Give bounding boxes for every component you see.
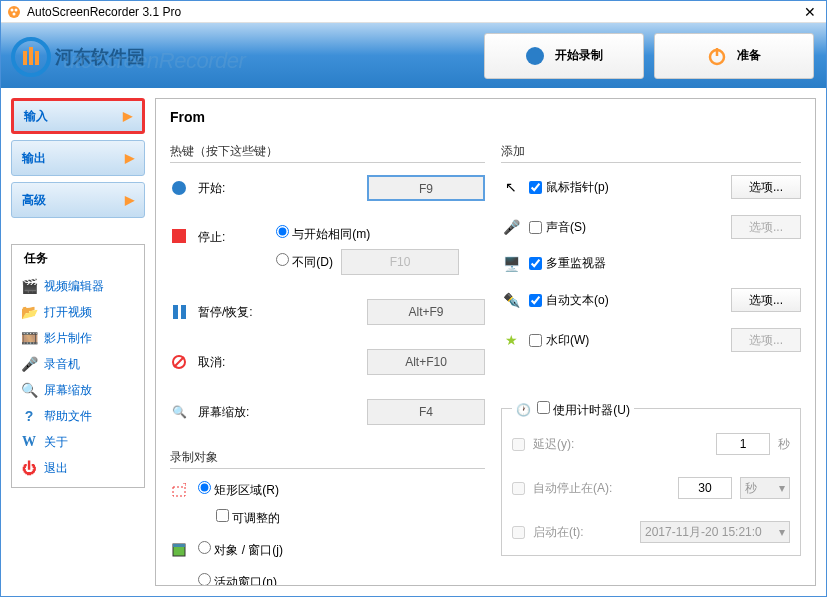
hotkey-pause-key[interactable]: Alt+F9: [367, 299, 485, 325]
main-area: 输入▶ 输出▶ 高级▶ 任务 🎬视频编辑器 📂打开视频 🎞️影片制作 🎤录音机 …: [1, 88, 826, 596]
chevron-down-icon: ▾: [779, 481, 785, 495]
task-movie-maker[interactable]: 🎞️影片制作: [14, 325, 142, 351]
task-help[interactable]: ?帮助文件: [14, 403, 142, 429]
help-icon: ?: [20, 407, 38, 425]
folder-icon: 📂: [20, 303, 38, 321]
starton-value: 2017-11月-20 15:21:0: [645, 524, 762, 541]
nav-output[interactable]: 输出▶: [11, 140, 145, 176]
delay-spinner[interactable]: [716, 433, 770, 455]
add-autotext-label: 自动文本(o): [546, 292, 609, 309]
add-monitor-label: 多重监视器: [546, 255, 606, 272]
add-watermark-row: ★ 水印(W) 选项...: [501, 328, 801, 352]
task-label: 关于: [44, 434, 68, 451]
nav-advanced[interactable]: 高级▶: [11, 182, 145, 218]
pen-icon: ✒️: [501, 292, 521, 308]
hotkey-cancel-key[interactable]: Alt+F10: [367, 349, 485, 375]
task-label: 录音机: [44, 356, 80, 373]
autostop-spinner[interactable]: [678, 477, 732, 499]
timer-delay-row: 延迟(y): 秒: [512, 433, 790, 455]
film-icon: 🎞️: [20, 329, 38, 347]
task-zoom[interactable]: 🔍屏幕缩放: [14, 377, 142, 403]
add-monitor-row: 🖥️ 多重监视器: [501, 255, 801, 272]
delay-unit: 秒: [778, 436, 790, 453]
hotkey-stop-label: 停止:: [198, 225, 266, 246]
hotkey-cancel-row: 取消: Alt+F10: [170, 349, 485, 375]
active-window-icon: [170, 573, 188, 575]
task-label: 视频编辑器: [44, 278, 104, 295]
stop-same-label: 与开始相同(m): [292, 227, 370, 241]
add-sound-check[interactable]: 声音(S): [529, 219, 723, 236]
timer-autostop-row: 自动停止在(A): 秒▾: [512, 477, 790, 499]
start-record-button[interactable]: 开始录制: [484, 33, 644, 79]
hotkeys-group-label: 热键（按下这些键）: [170, 143, 485, 163]
watermark-options-button: 选项...: [731, 328, 801, 352]
hotkey-pause-label: 暂停/恢复:: [198, 304, 266, 321]
prepare-button[interactable]: 准备: [654, 33, 814, 79]
chevron-down-icon: ▾: [779, 525, 785, 539]
task-exit[interactable]: ⏻退出: [14, 455, 142, 481]
stop-diff-radio[interactable]: 不同(D): [276, 253, 333, 271]
brand-text: utoScreenRecorder: [63, 48, 245, 74]
svg-point-8: [526, 47, 544, 65]
logo-icon: [11, 37, 51, 77]
delay-check[interactable]: [512, 438, 525, 451]
starton-check[interactable]: [512, 526, 525, 539]
add-group-label: 添加: [501, 143, 801, 163]
power-icon: [707, 46, 727, 66]
record-active-radio[interactable]: 活动窗口(n): [198, 573, 277, 586]
chevron-right-icon: ▶: [125, 151, 134, 165]
panel-title: From: [170, 109, 801, 125]
add-autotext-check[interactable]: 自动文本(o): [529, 292, 723, 309]
task-video-editor[interactable]: 🎬视频编辑器: [14, 273, 142, 299]
use-timer-label: 使用计时器(U): [553, 403, 630, 417]
record-rect-radio[interactable]: 矩形区域(R): [198, 481, 280, 499]
autostop-check[interactable]: [512, 482, 525, 495]
cancel-icon: [170, 355, 188, 369]
autotext-options-button[interactable]: 选项...: [731, 288, 801, 312]
svg-point-0: [8, 6, 20, 18]
task-recorder[interactable]: 🎤录音机: [14, 351, 142, 377]
starton-datetime-dropdown[interactable]: 2017-11月-20 15:21:0▾: [640, 521, 790, 543]
stop-square-icon: [170, 225, 188, 243]
add-watermark-label: 水印(W): [546, 332, 589, 349]
hotkey-zoom-label: 屏幕缩放:: [198, 404, 266, 421]
svg-rect-11: [173, 487, 185, 496]
window-icon: [170, 541, 188, 557]
mic-icon: 🎤: [20, 355, 38, 373]
add-pointer-check[interactable]: 鼠标指针(p): [529, 179, 723, 196]
hotkey-start-key[interactable]: F9: [367, 175, 485, 201]
close-icon[interactable]: ✕: [800, 4, 820, 20]
app-icon: [7, 5, 21, 19]
nav-output-label: 输出: [22, 150, 46, 167]
svg-rect-15: [173, 544, 185, 547]
add-monitor-check[interactable]: 多重监视器: [529, 255, 801, 272]
hotkey-zoom-key[interactable]: F4: [367, 399, 485, 425]
record-rect-label: 矩形区域(R): [214, 483, 279, 497]
hotkey-pause-row: 暂停/恢复: Alt+F9: [170, 299, 485, 325]
pointer-options-button[interactable]: 选项...: [731, 175, 801, 199]
sound-options-button: 选项...: [731, 215, 801, 239]
task-label: 屏幕缩放: [44, 382, 92, 399]
timer-box: 🕐 使用计时器(U) 延迟(y): 秒 自动停止在(A):: [501, 408, 801, 556]
tasks-panel: 任务 🎬视频编辑器 📂打开视频 🎞️影片制作 🎤录音机 🔍屏幕缩放 ?帮助文件 …: [11, 244, 145, 488]
chevron-right-icon: ▶: [123, 109, 132, 123]
pointer-icon: ↖: [501, 179, 521, 195]
stop-diff-label: 不同(D): [292, 255, 333, 269]
rect-icon: [170, 481, 188, 497]
add-pointer-label: 鼠标指针(p): [546, 179, 609, 196]
nav-input[interactable]: 输入▶: [11, 98, 145, 134]
stop-same-radio[interactable]: 与开始相同(m): [276, 225, 459, 243]
use-timer-check[interactable]: 使用计时器(U): [537, 401, 630, 419]
record-object-radio[interactable]: 对象 / 窗口(j): [198, 541, 283, 559]
autostop-unit-dropdown[interactable]: 秒▾: [740, 477, 790, 499]
svg-point-2: [15, 8, 18, 11]
add-sound-label: 声音(S): [546, 219, 586, 236]
record-adjustable-check[interactable]: 可调整的: [216, 509, 280, 527]
hotkey-stop-key[interactable]: F10: [341, 249, 459, 275]
zoom-icon: 🔍: [170, 405, 188, 419]
task-open-video[interactable]: 📂打开视频: [14, 299, 142, 325]
task-about[interactable]: W关于: [14, 429, 142, 455]
mic-icon: 🎤: [501, 219, 521, 235]
add-watermark-check[interactable]: 水印(W): [529, 332, 723, 349]
task-label: 退出: [44, 460, 68, 477]
